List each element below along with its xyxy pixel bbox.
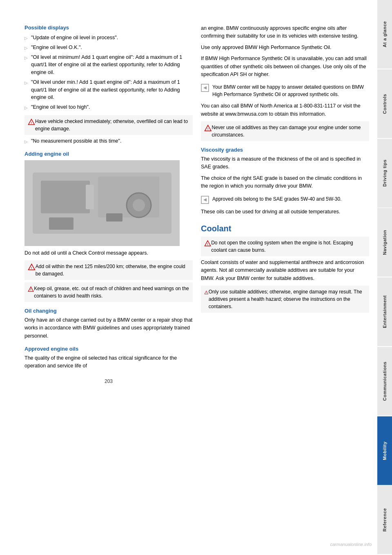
warning-add-oil-text: Add oil within the next 125 miles/200 km… xyxy=(36,263,189,278)
list-item-text: "Update of engine oil level in process". xyxy=(31,34,118,42)
note-bmw-center: Your BMW center will be happy to answer … xyxy=(201,82,369,100)
svg-text:!: ! xyxy=(206,292,207,294)
list-item: ▷ "Engine oil level too high". xyxy=(24,103,193,111)
warning-never-use: ! Never use oil additives as they can da… xyxy=(201,121,369,141)
right-use-approved: Use only approved BMW High Performance S… xyxy=(201,44,369,51)
note-approved-text: Approved oils belong to the SAE grades 5… xyxy=(212,195,341,203)
list-item-text: "Engine oil level O.K.". xyxy=(31,44,82,51)
viscosity-grades-heading: Viscosity grades xyxy=(201,147,369,153)
sidebar-tab-navigation[interactable]: Navigation xyxy=(377,208,392,277)
possible-displays-list2: ▷ "No measurement possible at this time"… xyxy=(24,137,193,145)
warning-triangle-icon: ! xyxy=(204,124,212,133)
bullet-arrow-icon: ▷ xyxy=(24,80,28,86)
approved-oils-body: The quality of the engine oil selected h… xyxy=(24,354,193,370)
bullet-arrow-icon: ▷ xyxy=(24,139,28,145)
warning-triangle-icon: ! xyxy=(28,118,35,127)
content-wrapper: Possible displays ▷ "Update of engine oi… xyxy=(0,0,392,555)
warning-triangle-icon: ! xyxy=(204,288,209,297)
oil-changing-heading: Oil changing xyxy=(24,308,193,314)
right-intro: an engine. BMW continuously approves spe… xyxy=(201,25,369,40)
bullet-arrow-icon: ▷ xyxy=(24,105,28,111)
warning-add-oil: ! Add oil within the next 125 miles/200 … xyxy=(24,260,193,280)
right-if-unavailable: If BMW High Performance Synthetic Oil is… xyxy=(201,55,369,78)
svg-rect-8 xyxy=(49,217,74,230)
coolant-heading: Coolant xyxy=(201,224,369,233)
main-content: Possible displays ▷ "Update of engine oi… xyxy=(0,0,377,555)
svg-marker-16 xyxy=(203,86,207,90)
sidebar-tab-driving-tips[interactable]: Driving tips xyxy=(377,139,392,208)
svg-text:!: ! xyxy=(207,242,208,246)
svg-rect-9 xyxy=(106,213,122,222)
list-item-text: "Oil level at minimum! Add 1 quart engin… xyxy=(31,54,193,76)
right-column: an engine. BMW continuously approves spe… xyxy=(201,25,369,539)
adding-oil-caption: Do not add oil until a Check Control mes… xyxy=(24,249,193,257)
svg-rect-10 xyxy=(86,185,94,209)
list-item: ▷ "Engine oil level O.K.". xyxy=(24,44,193,51)
svg-point-7 xyxy=(133,199,145,211)
engine-image-placeholder xyxy=(24,160,180,246)
coolant-body1: Coolant consists of water and supplement… xyxy=(201,259,369,282)
note-arrow-icon xyxy=(201,84,209,92)
sidebar-tab-entertainment[interactable]: Entertainment xyxy=(377,278,392,346)
svg-text:!: ! xyxy=(31,288,31,291)
warning-have-vehicle-text: Have vehicle checked immediately; otherw… xyxy=(35,118,189,132)
warning-never-use-text: Never use oil additives as they can dama… xyxy=(212,124,366,139)
right-call-bmw: You can also call BMW of North America a… xyxy=(201,102,369,118)
possible-displays-title: Possible displays xyxy=(24,25,193,31)
svg-text:!: ! xyxy=(31,266,32,270)
watermark: carmanualonline.info xyxy=(330,542,372,547)
svg-marker-20 xyxy=(203,198,207,201)
list-item: ▷ "Oil level under min.! Add 1 quart eng… xyxy=(24,78,193,101)
approved-oils-heading: Approved engine oils xyxy=(24,346,193,352)
warning-triangle-icon: ! xyxy=(28,263,36,272)
page-container: Possible displays ▷ "Update of engine oi… xyxy=(0,0,392,555)
list-item: ▷ "Oil level at minimum! Add 1 quart eng… xyxy=(24,54,193,76)
sidebar-tab-communications[interactable]: Communications xyxy=(377,347,392,416)
note-approved: Approved oils belong to the SAE grades 5… xyxy=(201,194,369,206)
left-column: Possible displays ▷ "Update of engine oi… xyxy=(24,25,193,539)
list-item: ▷ "No measurement possible at this time"… xyxy=(24,137,193,145)
page-number: 203 xyxy=(24,378,193,388)
warning-triangle-icon: ! xyxy=(28,285,34,294)
sidebar-tab-at-a-glance[interactable]: At a glance xyxy=(377,0,392,69)
viscosity-body2: The choice of the right SAE grade is bas… xyxy=(201,175,369,190)
warning-keep-oil: ! Keep oil, grease, etc. out of reach of… xyxy=(24,282,193,302)
sidebar-tab-reference[interactable]: Reference xyxy=(377,486,392,554)
sidebar: At a glance Controls Driving tips Naviga… xyxy=(377,0,392,555)
warning-keep-oil-text: Keep oil, grease, etc. out of reach of c… xyxy=(34,285,189,300)
viscosity-body3: These oils can be used for driving at al… xyxy=(201,208,369,216)
svg-text:!: ! xyxy=(207,127,209,131)
list-item-text: "Engine oil level too high". xyxy=(31,103,90,111)
sidebar-tab-mobility[interactable]: Mobility xyxy=(377,416,392,485)
warning-do-not-open-text: Do not open the cooling system when the … xyxy=(211,239,366,254)
list-item-text: "No measurement possible at this time". xyxy=(31,137,121,145)
adding-engine-oil-heading: Adding engine oil xyxy=(24,151,193,157)
note-bmw-center-text: Your BMW center will be happy to answer … xyxy=(212,83,369,98)
warning-have-vehicle: ! Have vehicle checked immediately; othe… xyxy=(24,115,193,135)
warning-only-suitable-text: Only use suitable additives; otherwise, … xyxy=(209,288,366,310)
sidebar-tab-controls[interactable]: Controls xyxy=(377,69,392,138)
bullet-arrow-icon: ▷ xyxy=(24,35,28,41)
svg-rect-4 xyxy=(41,181,90,213)
bullet-arrow-icon: ▷ xyxy=(24,55,28,61)
viscosity-body1: The viscosity is a measure of the thickn… xyxy=(201,155,369,171)
warning-triangle-icon: ! xyxy=(204,239,211,248)
list-item-text: "Oil level under min.! Add 1 quart engin… xyxy=(31,78,193,101)
oil-changing-body: Only have an oil change carried out by a… xyxy=(24,316,193,340)
list-item: ▷ "Update of engine oil level in process… xyxy=(24,34,193,42)
note-arrow-icon xyxy=(201,196,209,204)
warning-only-suitable: ! Only use suitable additives; otherwise… xyxy=(201,286,369,313)
warning-do-not-open: ! Do not open the cooling system when th… xyxy=(201,237,369,256)
bullet-arrow-icon: ▷ xyxy=(24,45,28,51)
possible-displays-list: ▷ "Update of engine oil level in process… xyxy=(24,34,193,111)
svg-text:!: ! xyxy=(31,121,32,124)
engine-image xyxy=(24,160,180,246)
